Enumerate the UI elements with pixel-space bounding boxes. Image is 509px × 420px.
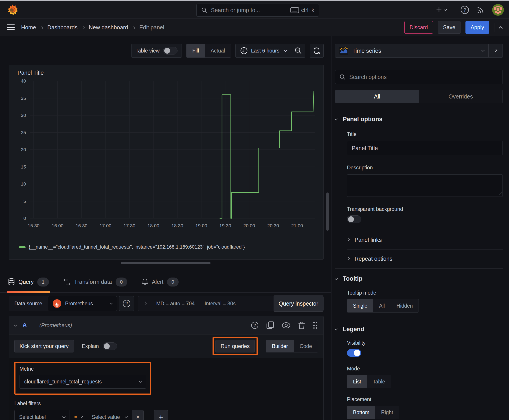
svg-text:10: 10 [21, 181, 26, 187]
builder-code-segment: Builder Code [266, 340, 318, 352]
repeat-options-header[interactable]: Repeat options [347, 255, 503, 262]
save-button[interactable]: Save [438, 21, 461, 34]
legend-header[interactable]: Legend [335, 326, 503, 333]
all-overrides-tabs: All Overrides [335, 90, 503, 103]
operator-dropdown[interactable]: = [69, 410, 87, 420]
select-label-dropdown[interactable]: Select label [14, 410, 69, 420]
eye-icon[interactable] [282, 322, 291, 329]
panel-title: Panel Title [13, 68, 320, 76]
tab-query[interactable]: Query 1 [8, 271, 49, 292]
explain-label: Explain [82, 343, 99, 349]
legend-list-option[interactable]: List [347, 375, 367, 388]
news-button[interactable] [476, 5, 485, 14]
kick-start-button[interactable]: Kick start your query [14, 340, 74, 352]
visibility-label: Visibility [347, 340, 503, 346]
run-queries-button[interactable]: Run queries [215, 340, 255, 352]
breadcrumb-home[interactable]: Home [21, 24, 36, 31]
breadcrumb-dashboards[interactable]: Dashboards [47, 24, 78, 31]
menu-button[interactable] [7, 24, 15, 31]
alert-count-badge: 0 [167, 278, 179, 286]
chevron-down-icon [62, 415, 66, 418]
svg-text:15:30: 15:30 [28, 223, 40, 228]
select-value-dropdown[interactable]: Select value [87, 410, 132, 420]
actual-option[interactable]: Actual [205, 44, 231, 57]
time-range-button[interactable]: Last 6 hours [236, 44, 291, 57]
query-options-box[interactable]: MD = auto = 704 Interval = 30s Query ins… [138, 296, 324, 311]
timeseries-viz-icon [339, 47, 348, 55]
zoom-out-button[interactable] [291, 44, 305, 57]
legend-item[interactable]: {__name__="cloudflared_tunnel_total_requ… [13, 244, 320, 250]
help-button[interactable]: ? [460, 5, 470, 15]
chevron-right-icon [41, 24, 43, 30]
table-view-toggle[interactable] [163, 47, 177, 54]
datasource-help-button[interactable]: ? [119, 296, 134, 311]
tab-overrides[interactable]: Overrides [419, 90, 503, 103]
interval-stat: Interval = 30s [205, 301, 236, 307]
tooltip-all-option[interactable]: All [373, 299, 391, 312]
svg-text:15: 15 [21, 164, 26, 169]
transform-count-badge: 0 [116, 278, 127, 286]
drag-handle-icon[interactable] [313, 322, 318, 329]
svg-text:30: 30 [21, 113, 26, 118]
trash-icon[interactable] [298, 321, 305, 329]
tooltip-header[interactable]: Tooltip [335, 275, 503, 282]
add-filter-button[interactable]: + [154, 410, 168, 420]
fill-option[interactable]: Fill [187, 44, 205, 57]
metric-highlight: Metric cloudflared_tunnel_total_requests [14, 362, 151, 395]
breadcrumb-new-dashboard[interactable]: New dashboard [89, 24, 128, 31]
avatar[interactable] [492, 4, 504, 16]
query-inspector-button[interactable]: Query inspector [273, 295, 323, 312]
max-data-points-stat: MD = auto = 704 [156, 301, 195, 307]
builder-option[interactable]: Builder [266, 340, 294, 352]
new-button[interactable] [436, 7, 446, 13]
tab-transform-data[interactable]: Transform data 0 [63, 271, 127, 292]
collapse-query-icon[interactable] [14, 323, 17, 326]
svg-text:16:00: 16:00 [52, 223, 63, 228]
viz-select[interactable]: Time series [335, 44, 488, 58]
tab-alert[interactable]: Alert 0 [142, 271, 179, 292]
grafana-logo-icon[interactable] [7, 4, 18, 16]
discard-button[interactable]: Discard [404, 21, 433, 34]
legend-mode-label: Mode [347, 366, 503, 372]
datasource-select[interactable]: Prometheus [48, 296, 117, 311]
remove-filter-button[interactable]: × [132, 410, 144, 420]
placement-bottom-option[interactable]: Bottom [347, 406, 375, 419]
global-search-input[interactable]: Search or jump to... ctrl+k [196, 4, 319, 17]
placement-right-option[interactable]: Right [375, 406, 399, 419]
description-textarea[interactable] [347, 174, 503, 197]
query-tab-bar: Query 1 Transform data 0 Alert 0 [0, 271, 331, 292]
explain-toggle[interactable] [103, 342, 117, 350]
tooltip-single-option[interactable]: Single [347, 299, 373, 312]
transparent-background-toggle[interactable] [347, 215, 361, 223]
refresh-button[interactable] [310, 44, 324, 58]
label-filters-row: Select label = Select value × + [14, 410, 318, 420]
duplicate-icon[interactable] [266, 321, 274, 329]
tab-all[interactable]: All [335, 90, 419, 103]
code-option[interactable]: Code [294, 340, 318, 352]
panel-preview: Panel Title 051015202530354015:3016:0016… [9, 65, 324, 260]
resize-handle-icon [496, 192, 503, 195]
legend-table-option[interactable]: Table [367, 375, 391, 388]
tooltip-hidden-option[interactable]: Hidden [391, 299, 419, 312]
svg-text:0: 0 [23, 216, 26, 221]
panel-title-input[interactable] [347, 141, 503, 155]
apply-button[interactable]: Apply [465, 21, 489, 34]
horizontal-scrollbar[interactable] [121, 262, 211, 264]
chevron-down-icon [481, 49, 485, 52]
help-icon: ? [122, 299, 131, 308]
query-row-header[interactable]: A (Prometheus) ? [9, 316, 323, 335]
panel-options-header[interactable]: Panel options [335, 116, 503, 123]
options-search-input[interactable] [349, 74, 498, 80]
plus-icon [436, 7, 442, 13]
toggle-options-pane-button[interactable] [488, 44, 503, 58]
panel-toolbar: Table view Fill Actual Last 6 hours [9, 44, 324, 58]
timeseries-chart[interactable]: 051015202530354015:3016:0016:3017:0017:3… [13, 77, 320, 244]
panel-links-header[interactable]: Panel links [347, 237, 503, 243]
legend-visibility-toggle[interactable] [347, 349, 361, 357]
collapse-pane-button[interactable] [499, 25, 502, 30]
help-icon[interactable]: ? [251, 321, 259, 329]
vertical-scrollbar[interactable] [326, 193, 329, 231]
prometheus-icon [53, 299, 61, 308]
options-sidebar: Time series All Overrides Panel options … [331, 36, 509, 420]
metric-select[interactable]: cloudflared_tunnel_total_requests [20, 375, 146, 389]
